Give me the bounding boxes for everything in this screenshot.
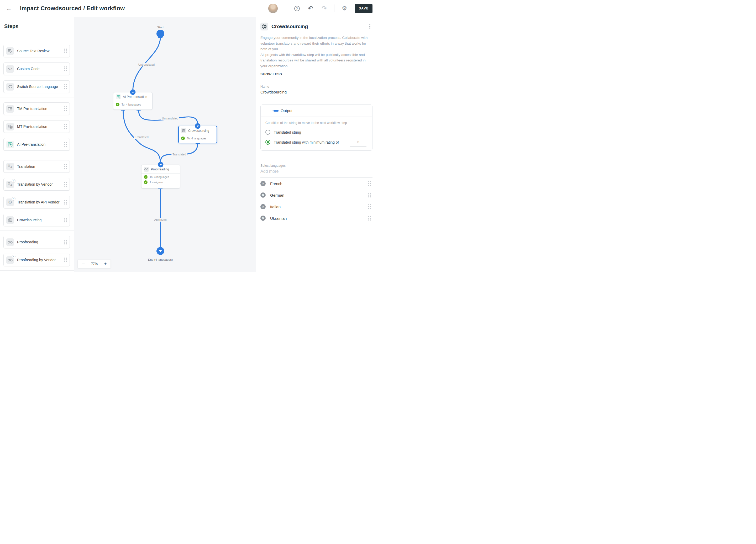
drag-handle[interactable]	[64, 200, 67, 205]
tm-card-icon	[6, 105, 14, 113]
avatar[interactable]	[268, 4, 278, 13]
radio-selected-icon[interactable]	[265, 140, 270, 145]
drag-handle[interactable]	[64, 49, 67, 53]
edge-label: Untranslated	[137, 63, 156, 66]
top-bar: ← Impact Crowdsourced / Edit workflow ? …	[0, 0, 378, 17]
top-bar-actions: ? ↶ ↷ ⚙ SAVE	[268, 4, 378, 13]
edge-arrow-icon	[130, 89, 136, 95]
remove-language-icon[interactable]: ✕	[260, 204, 266, 209]
drag-handle[interactable]	[368, 204, 371, 209]
connector-stub	[158, 36, 162, 38]
svg-text:A: A	[10, 166, 12, 169]
drag-handle[interactable]	[64, 182, 67, 187]
divider	[334, 4, 334, 12]
ai-sparkle-icon	[6, 141, 14, 148]
sidebar-item-translation-by-vendor[interactable]: 文A V Translation by Vendor	[3, 178, 70, 191]
drag-handle[interactable]	[64, 124, 67, 129]
select-languages-label: Select languages	[260, 164, 372, 168]
show-less-link[interactable]: SHOW LESS	[260, 72, 372, 76]
remove-language-icon[interactable]: ✕	[260, 192, 266, 198]
drag-handle[interactable]	[64, 84, 67, 89]
sidebar-item-translation[interactable]: 文A Translation	[3, 160, 70, 173]
panel-title: Crowdsourcing	[271, 23, 308, 30]
add-language-input[interactable]	[260, 168, 372, 178]
ai-sparkle-icon	[116, 94, 121, 99]
edge-label: Translated	[134, 135, 150, 139]
kebab-menu-icon[interactable]	[367, 23, 372, 29]
drag-handle[interactable]	[64, 142, 67, 147]
group-divider	[0, 270, 74, 271]
select-languages-field: Select languages	[260, 164, 372, 178]
sidebar-item-ai-pretranslation[interactable]: AI Pre-translation	[3, 138, 70, 151]
sidebar-item-tm-pretranslation[interactable]: TM Pre-translation	[3, 102, 70, 115]
gear-icon[interactable]: ⚙	[341, 5, 348, 12]
edge-label: Approved	[153, 218, 167, 222]
vendor-badge: V	[12, 255, 15, 258]
undo-icon[interactable]: ↶	[307, 5, 314, 12]
sidebar-item-custom-code[interactable]: < > Custom Code	[3, 62, 70, 75]
zoom-out-button[interactable]: −	[78, 260, 89, 268]
radio-translated-string[interactable]: Translated string	[265, 130, 369, 135]
mt-icon: G文	[6, 123, 14, 130]
drag-handle[interactable]	[64, 240, 67, 244]
drag-handle[interactable]	[368, 216, 371, 221]
sidebar-item-proofreading-by-vendor[interactable]: V Proofreading by Vendor	[3, 254, 70, 266]
remove-language-icon[interactable]: ✕	[260, 216, 266, 221]
language-row: ✕ German	[260, 189, 372, 201]
workflow-canvas[interactable]: Start Untranslated Untranslated Translat…	[74, 17, 256, 272]
workflow-edges	[74, 17, 256, 272]
globe-icon	[260, 23, 268, 30]
node-crowdsourcing[interactable]: Crowdsourcing ✓ To: 4 languages	[178, 126, 217, 143]
step-description: Engage your community in the localizatio…	[260, 35, 372, 69]
output-card: Output Condition of the string to move t…	[260, 104, 372, 151]
edge-label: Untranslated	[161, 117, 179, 120]
step-settings-panel: Crowdsourcing Engage your community in t…	[256, 17, 378, 272]
steps-sidebar: Steps Source Text Review < > Custom Code…	[0, 17, 74, 272]
radio-icon[interactable]	[265, 130, 270, 135]
output-connector-icon	[268, 110, 277, 112]
svg-text:文: 文	[10, 126, 12, 128]
check-icon: ✓	[144, 175, 148, 179]
sidebar-item-mt-pretranslation[interactable]: G文 MT Pre-translation	[3, 120, 70, 133]
node-ai-pretranslation[interactable]: AI Pre-translation ✓ To: 4 languages	[113, 92, 153, 110]
remove-language-icon[interactable]: ✕	[260, 181, 266, 186]
drag-handle[interactable]	[64, 218, 67, 222]
drag-handle[interactable]	[64, 106, 67, 111]
end-node[interactable]	[156, 247, 164, 255]
drag-handle[interactable]	[64, 164, 67, 169]
start-label: Start	[157, 26, 164, 29]
help-icon[interactable]: ?	[293, 5, 300, 12]
sync-icon	[6, 83, 14, 91]
vendor-badge: V	[12, 179, 15, 183]
zoom-control: − 77% +	[78, 260, 111, 268]
glasses-icon: V	[6, 256, 14, 264]
translate-icon: 文A	[6, 163, 14, 170]
back-arrow-icon[interactable]: ←	[6, 5, 12, 12]
node-proofreading[interactable]: Proofreading ✓ To: 4 languages ✓ 1 assig…	[141, 165, 180, 189]
language-row: ✕ Ukrainian	[260, 212, 372, 224]
output-title: Output	[281, 108, 292, 113]
edge-arrow-icon	[158, 162, 164, 167]
save-button[interactable]: SAVE	[355, 4, 372, 13]
check-icon: ✓	[116, 103, 119, 106]
drag-handle[interactable]	[368, 193, 371, 197]
group-divider	[0, 97, 74, 97]
zoom-in-button[interactable]: +	[100, 260, 111, 268]
gear-icon: ⚙ V	[6, 198, 14, 206]
drag-handle[interactable]	[368, 181, 371, 186]
sidebar-item-source-text-review[interactable]: Source Text Review	[3, 45, 70, 57]
drag-handle[interactable]	[64, 66, 67, 71]
radio-translated-min-rating[interactable]: Translated string with minimum rating of	[265, 140, 369, 145]
sidebar-item-crowdsourcing[interactable]: Crowdsourcing	[3, 214, 70, 226]
sidebar-item-proofreading[interactable]: Proofreading	[3, 236, 70, 248]
drag-handle[interactable]	[64, 258, 67, 262]
glasses-icon	[144, 167, 149, 172]
name-input[interactable]	[260, 88, 372, 97]
sidebar-title: Steps	[4, 23, 74, 29]
check-icon: ✓	[144, 180, 148, 184]
edge-label: Translated	[171, 153, 187, 156]
sidebar-item-switch-source-language[interactable]: Switch Source Language	[3, 80, 70, 93]
selected-languages-list: ✕ French ✕ German ✕ Italian ✕ Ukrainian	[260, 178, 372, 224]
sidebar-item-translation-by-api-vendor[interactable]: ⚙ V Translation by API Vendor	[3, 196, 70, 208]
min-rating-input[interactable]	[350, 139, 366, 147]
